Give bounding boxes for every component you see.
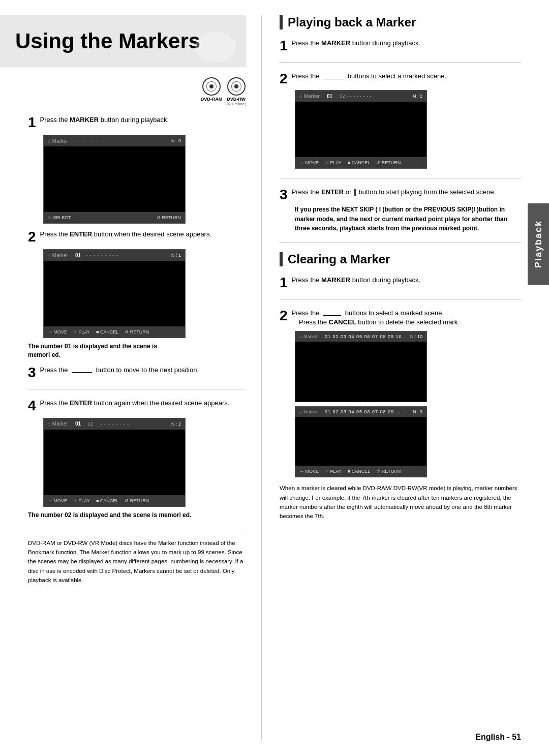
right-screen-2: ⌂ Marker 01 02 - - - - - - - - N : 2 ↔ M… (295, 90, 427, 169)
section-heading-clearing-label: Clearing a Marker (288, 252, 390, 266)
left-step-2: 2 Press the ENTER button when the desire… (28, 230, 246, 359)
page-title: Using the Markers (15, 29, 231, 53)
dvd-rw-icon: DVD-RW (VR mode) (226, 77, 246, 106)
right-step-1: 1 Press the MARKER button during playbac… (280, 39, 521, 53)
dvd-ram-icon: DVD-RAM (201, 77, 223, 106)
clear-screen-2: ⌂ Marker 01 02 03 04 05 06 07 08 09 — N … (295, 406, 427, 477)
right-divider-2 (280, 178, 521, 178)
section-heading-clearing: Clearing a Marker (280, 252, 521, 266)
clear-step-num-2: 2 (280, 309, 288, 323)
right-step-num-2: 2 (280, 72, 288, 86)
clear-step-num-1: 1 (280, 276, 288, 290)
step-num-2: 2 (28, 230, 36, 244)
clearing-screens: ⌂ Marker 01 02 03 04 05 06 07 08 09 10 N… (295, 331, 521, 477)
clear-step-2: 2 Press the buttons to select a marked s… (280, 309, 521, 477)
right-step-num-3: 3 (280, 188, 288, 202)
clear-step-1-instruction: 1 Press the MARKER button during playbac… (280, 276, 521, 290)
step-num-4: 4 (28, 399, 36, 413)
left-step-3: 3 Press the button to move to the next p… (28, 366, 246, 380)
screen-mockup-1: ⌂ Marker - - - - - - - - - - - N : 0 ☞ S… (43, 135, 186, 224)
left-step-4-instruction: 4 Press the ENTER button again when the … (28, 399, 246, 413)
dvd-rw-sublabel: (VR mode) (226, 102, 246, 106)
page-footer: English - 51 (475, 733, 521, 742)
section-heading-playback-label: Playing back a Marker (288, 15, 416, 29)
screen-mockup-2: ⌂ Marker 01 - - - - - - - - - N : 1 ↔ MO… (43, 249, 186, 338)
dvd-rw-label: DVD-RW (227, 97, 246, 102)
left-column: Using the Markers DVD-RAM DVD-RW (VR mod… (28, 15, 262, 741)
screen-mockup-4: ⌂ Marker 01 02 - - - - - - - - N : 2 ↔ M… (43, 418, 186, 507)
left-bottom-note: DVD-RAM or DVD-RW (VR Mode) discs have t… (28, 538, 246, 585)
right-step-3-instruction: 3 Press the ENTER or ‖ button to start p… (280, 188, 521, 202)
section-heading-playback: Playing back a Marker (280, 15, 521, 29)
right-divider-4 (280, 299, 521, 299)
left-step-4: 4 Press the ENTER button again when the … (28, 399, 246, 520)
right-step-1-instruction: 1 Press the MARKER button during playbac… (280, 39, 521, 53)
left-step-3-instruction: 3 Press the button to move to the next p… (28, 366, 246, 380)
step-4-note: The number 02 is displayed and the scene… (28, 511, 246, 520)
step-num-1: 1 (28, 115, 36, 130)
right-step-3-note: If you press the NEXT SKIP ( I )button o… (295, 205, 521, 233)
right-column: Playing back a Marker 1 Press the MARKER… (262, 15, 521, 741)
divider-2 (28, 529, 246, 529)
disc-icons: DVD-RAM DVD-RW (VR mode) (28, 77, 246, 106)
left-step-2-instruction: 2 Press the ENTER button when the desire… (28, 230, 246, 244)
right-step-3: 3 Press the ENTER or ‖ button to start p… (280, 188, 521, 233)
footer-text: English - 51 (475, 733, 521, 741)
right-step-2: 2 Press the buttons to select a marked s… (280, 72, 521, 169)
dvd-ram-label: DVD-RAM (201, 97, 223, 102)
right-divider-3 (280, 243, 521, 243)
right-divider-1 (280, 62, 521, 63)
clear-step-1: 1 Press the MARKER button during playbac… (280, 276, 521, 290)
divider-1 (28, 389, 246, 389)
right-step-num-1: 1 (280, 39, 288, 53)
side-tab: Playback (528, 203, 549, 285)
side-tab-label: Playback (533, 220, 544, 268)
left-step-1-instruction: 1 Press the MARKER button during playbac… (28, 115, 246, 130)
title-section: Using the Markers (0, 15, 246, 67)
clear-step-2-instruction: 2 Press the buttons to select a marked s… (280, 309, 521, 327)
left-step-1: 1 Press the MARKER button during playbac… (28, 115, 246, 224)
step-2-note: The number 01 is displayed and the scene… (28, 342, 246, 359)
clearing-bottom-note: When a marker is cleared while DVD-RAM/ … (280, 483, 521, 521)
clear-screen-1: ⌂ Marker 01 02 03 04 05 06 07 08 09 10 N… (295, 331, 427, 402)
right-step-2-instruction: 2 Press the buttons to select a marked s… (280, 72, 521, 86)
step-num-3: 3 (28, 366, 36, 380)
